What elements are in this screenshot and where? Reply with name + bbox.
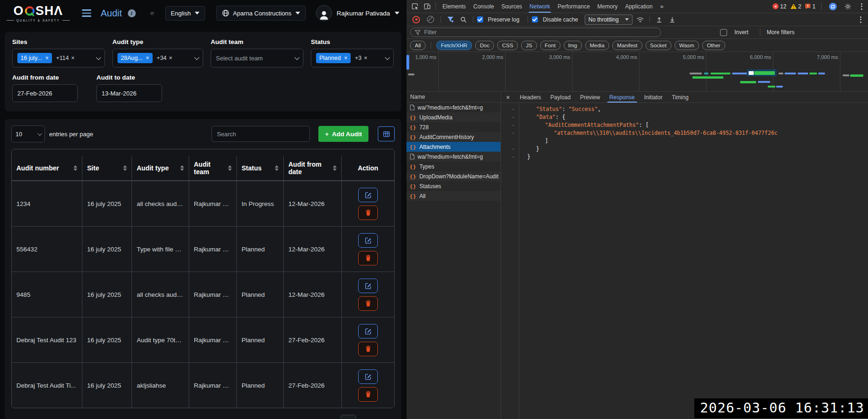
fold-marker[interactable]: - (501, 105, 519, 113)
sort-icon[interactable] (333, 165, 337, 171)
clear-network-log-icon[interactable] (427, 16, 434, 23)
edit-audit-button[interactable] (358, 324, 378, 338)
sync-update-icon[interactable] (827, 1, 839, 12)
column-header-audit-type[interactable]: Audit type (132, 156, 189, 181)
chip-close-icon[interactable]: × (169, 55, 172, 61)
waterfall-bar[interactable] (809, 73, 817, 74)
chip-close-icon[interactable]: × (146, 55, 149, 61)
from-date-input[interactable]: 27-Feb-2026 (12, 84, 78, 102)
detail-tab-timing[interactable]: Timing (667, 92, 693, 103)
waterfall-bar[interactable] (740, 81, 756, 83)
more-filters-button[interactable]: More filters (767, 29, 794, 36)
pagination-page-1[interactable]: 1 (341, 415, 356, 419)
kebab-menu-icon[interactable] (856, 16, 865, 23)
waterfall-bar[interactable] (850, 74, 863, 77)
devtools-tab-console[interactable]: Console (470, 0, 498, 13)
request-row-all[interactable]: {}All (406, 191, 500, 201)
network-overview-timeline[interactable]: 1,000 ms2,000 ms3,000 ms4,000 ms5,000 ms… (406, 52, 868, 92)
request-filter-chip-img[interactable]: Img (564, 41, 582, 50)
column-header-status[interactable]: Status (236, 156, 283, 181)
disable-cache-checkbox[interactable] (532, 16, 538, 22)
devtools-tab-network[interactable]: Network (526, 0, 554, 13)
delete-audit-button[interactable] (358, 387, 378, 402)
devtools-tab-performance[interactable]: Performance (554, 0, 594, 13)
request-filter-chip-css[interactable]: CSS (497, 41, 518, 50)
export-har-icon[interactable] (667, 15, 678, 25)
invert-label[interactable]: Invert (735, 29, 749, 36)
column-settings-button[interactable] (378, 126, 395, 141)
detail-tab-preview[interactable]: Preview (575, 92, 605, 103)
page-size-select[interactable]: 10 (11, 125, 45, 142)
status-multiselect[interactable]: Planned× +3× (311, 49, 394, 67)
waterfall-bar[interactable] (732, 73, 748, 74)
name-column-header[interactable]: Name (406, 92, 500, 103)
devtools-tab-memory[interactable]: Memory (594, 0, 621, 13)
fold-marker[interactable]: - (501, 121, 519, 129)
waterfall-bar[interactable] (843, 74, 849, 76)
chip-close-icon[interactable]: × (45, 55, 49, 61)
request-row-uploadmedia[interactable]: {}UploadMedia (406, 112, 500, 122)
waterfall-bar[interactable] (749, 71, 754, 75)
request-filter-chip-media[interactable]: Media (585, 41, 609, 50)
invert-checkbox[interactable] (720, 29, 727, 36)
request-filter-chip-manifest[interactable]: Manifest (612, 41, 642, 50)
request-row-728[interactable]: {}728 (406, 122, 500, 132)
edit-audit-button[interactable] (358, 188, 378, 202)
detail-tab-response[interactable]: Response (605, 92, 640, 103)
column-header-audit-team[interactable]: Audit team (189, 156, 236, 181)
filter-funnel-icon[interactable] (445, 15, 456, 25)
devtools-tab-application[interactable]: Application (621, 0, 656, 13)
waterfall-bar[interactable] (690, 73, 702, 74)
audit-team-select[interactable]: Select audit team (211, 49, 303, 67)
inspect-element-icon[interactable] (409, 1, 420, 12)
chip-close-icon[interactable]: × (344, 55, 347, 61)
audit-type-multiselect[interactable]: 28Aug...× +34× (112, 49, 203, 67)
column-header-audit-number[interactable]: Audit number (12, 156, 82, 181)
detail-tab-payload[interactable]: Payload (546, 92, 575, 103)
request-row-attachments[interactable]: {}Attachments (406, 142, 500, 152)
request-row-statuses[interactable]: {}Statuses (406, 181, 500, 191)
waterfall-bar[interactable] (818, 73, 825, 74)
edit-audit-button[interactable] (358, 369, 378, 384)
request-filter-chip-font[interactable]: Font (540, 41, 560, 50)
company-select[interactable]: Aparna Constructions (216, 6, 306, 21)
column-header-audit-from-date[interactable]: Audit from date (283, 156, 341, 181)
sort-icon[interactable] (74, 165, 77, 171)
column-header-site[interactable]: Site (82, 156, 132, 181)
device-toolbar-icon[interactable] (421, 1, 433, 12)
sort-icon[interactable] (123, 165, 127, 171)
user-menu[interactable]: Rajkumar Pativada (316, 5, 399, 21)
request-filter-chip-socket[interactable]: Socket (646, 41, 671, 50)
waterfall-bar[interactable] (779, 73, 783, 74)
waterfall-bar[interactable] (758, 81, 770, 83)
chip-close-icon[interactable]: × (71, 55, 74, 61)
info-icon[interactable]: i (128, 9, 136, 17)
throttling-select[interactable]: No throttling (585, 15, 633, 25)
waterfall-bar[interactable] (408, 74, 414, 75)
delete-audit-button[interactable] (358, 206, 378, 220)
menu-icon[interactable] (82, 9, 91, 17)
import-har-icon[interactable] (654, 15, 665, 25)
fold-marker[interactable]: - (501, 145, 519, 153)
warnings-badge[interactable]: 2 (790, 3, 802, 10)
request-row-wa-medium-fetch-fmt-g[interactable]: wa/?medium=fetch&fmt=g (406, 152, 500, 162)
waterfall-bar[interactable] (692, 76, 723, 79)
sites-multiselect[interactable]: 16 july...× +114× (12, 49, 105, 67)
add-audit-button[interactable]: + Add Audit (318, 126, 368, 142)
preserve-log-label[interactable]: Preserve log (488, 16, 519, 23)
request-filter-chip-all[interactable]: All (410, 41, 426, 50)
disable-cache-label[interactable]: Disable cache (543, 16, 578, 23)
waterfall-bar[interactable] (768, 86, 775, 88)
devtools-tab-elements[interactable]: Elements (439, 0, 470, 13)
record-network-log-icon[interactable] (412, 16, 420, 23)
waterfall-bar[interactable] (711, 73, 730, 74)
waterfall-bar[interactable] (704, 73, 708, 74)
issues-badge[interactable]: 1 (805, 3, 816, 10)
request-filter-chip-js[interactable]: JS (521, 41, 537, 50)
fold-marker[interactable]: - (501, 153, 519, 161)
close-icon[interactable]: × (501, 94, 515, 101)
request-row-auditcommenthistory[interactable]: {}AuditCommentHistory (406, 132, 500, 142)
chip-close-icon[interactable]: × (364, 55, 367, 61)
request-row-dropdown-modulename-audit[interactable]: {}DropDown?ModuleName=Audit (406, 171, 500, 181)
edit-audit-button[interactable] (358, 233, 378, 248)
